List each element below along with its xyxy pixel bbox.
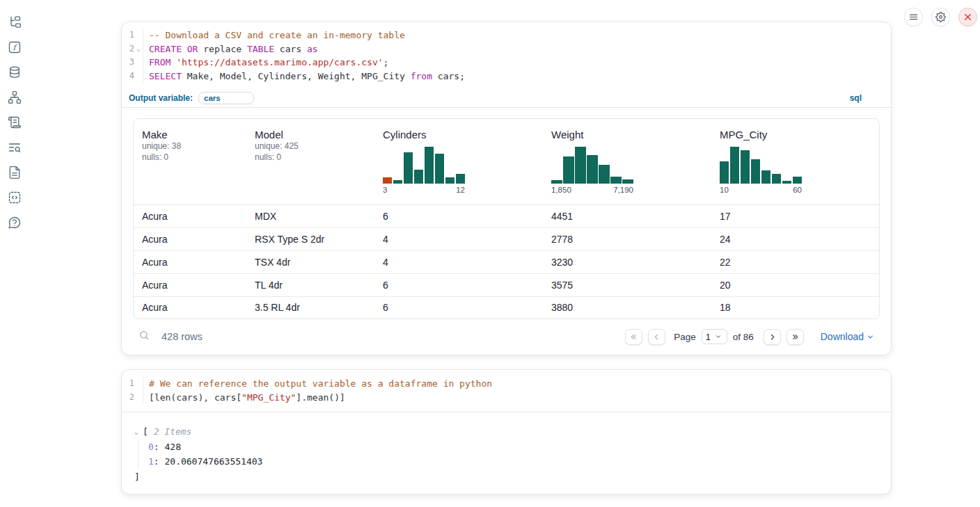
- column-header[interactable]: Cylinders312: [374, 119, 543, 204]
- table-cell: 3575: [543, 280, 711, 291]
- output-variable-input[interactable]: [198, 92, 254, 104]
- axis-max: 60: [793, 186, 802, 194]
- column-header[interactable]: Weight1,8507,190: [543, 119, 711, 204]
- code-text: CREATE OR replace TABLE cars as: [143, 42, 318, 56]
- menu-button[interactable]: [904, 8, 923, 26]
- dependency-graph-icon[interactable]: [8, 90, 22, 104]
- table-footer: 428 rows Page 1 of 86: [133, 325, 878, 348]
- table-cell: Acura: [134, 257, 246, 268]
- code-line[interactable]: 2[len(cars), cars["MPG_City"].mean()]: [122, 391, 891, 405]
- entry-colon: :: [154, 456, 165, 467]
- code-line[interactable]: 1-- Download a CSV and create an in-memo…: [122, 29, 891, 42]
- column-histogram[interactable]: 1,8507,190: [551, 147, 633, 194]
- column-header[interactable]: Modelunique: 425nulls: 0: [246, 119, 374, 204]
- fold-gutter: [134, 377, 143, 391]
- code-snippets-icon[interactable]: [8, 191, 22, 204]
- table-cell: RSX Type S 2dr: [246, 234, 374, 245]
- table-cell: 17: [711, 211, 879, 222]
- entry-index: 0: [148, 442, 154, 452]
- histogram-bar: [751, 159, 760, 184]
- settings-icon: [935, 12, 946, 22]
- histogram-bar: [587, 155, 598, 184]
- axis-min: 10: [720, 186, 729, 194]
- column-header[interactable]: Makeunique: 38nulls: 0: [134, 119, 246, 204]
- column-histogram[interactable]: 312: [383, 147, 465, 194]
- axis-max: 12: [456, 186, 465, 194]
- items-count-label: 2 Items: [154, 426, 192, 437]
- column-header[interactable]: MPG_City1060: [711, 119, 879, 204]
- column-name: Model: [255, 129, 366, 140]
- histogram-bar: [551, 180, 562, 184]
- fold-chevron-icon[interactable]: ⌄: [134, 42, 143, 56]
- document-icon[interactable]: [8, 166, 22, 179]
- code-line[interactable]: 4SELECT Make, Model, Cylinders, Weight, …: [122, 70, 891, 83]
- table-row[interactable]: Acura3.5 RL 4dr6388018: [134, 296, 879, 319]
- download-button[interactable]: Download: [821, 331, 874, 342]
- entry-value: 428: [164, 442, 180, 452]
- output-entry: 1: 20.060747663551403: [134, 454, 880, 469]
- histogram-bar: [622, 179, 633, 184]
- next-page-button[interactable]: [764, 329, 781, 345]
- file-tree-icon[interactable]: [8, 15, 22, 29]
- table-cell: MDX: [246, 211, 374, 222]
- table-body: AcuraMDX6445117AcuraRSX Type S 2dr427782…: [134, 204, 879, 319]
- close-bracket: ]: [134, 472, 140, 482]
- histogram-bar: [761, 170, 770, 184]
- histogram-axis: 1060: [720, 186, 802, 194]
- table-cell: 3.5 RL 4dr: [246, 302, 374, 313]
- settings-button[interactable]: [931, 8, 950, 26]
- line-number: 2: [122, 42, 134, 56]
- histogram-bar: [575, 147, 586, 184]
- table-row[interactable]: AcuraTSX 4dr4323022: [134, 250, 879, 273]
- menu-icon: [908, 12, 919, 22]
- python-code[interactable]: 1# We can reference the output variable …: [122, 370, 891, 404]
- histogram-bar: [610, 177, 622, 184]
- column-name: Make: [142, 129, 238, 140]
- collapse-chevron-icon[interactable]: ⌄: [134, 428, 143, 435]
- notebook-screen: f 1-- Download a CSV and create an in-me…: [0, 0, 980, 507]
- code-line[interactable]: 3FROM 'https://datasets.marimo.app/cars.…: [122, 56, 891, 70]
- code-text: SELECT Make, Model, Cylinders, Weight, M…: [143, 70, 465, 83]
- table-cell: 2778: [543, 234, 711, 245]
- code-line[interactable]: 1# We can reference the output variable …: [122, 377, 891, 391]
- database-icon[interactable]: [8, 65, 22, 79]
- scroll-logs-icon[interactable]: [8, 115, 22, 129]
- table-row[interactable]: AcuraTL 4dr6357520: [134, 273, 879, 296]
- histogram-bars: [720, 147, 802, 184]
- code-text: [len(cars), cars["MPG_City"].mean()]: [143, 391, 345, 405]
- chevron-down-icon: [867, 333, 874, 341]
- previous-page-button[interactable]: [648, 329, 665, 345]
- table-row[interactable]: AcuraMDX6445117: [134, 204, 879, 227]
- fold-gutter: [134, 29, 143, 42]
- table-cell: Acura: [134, 234, 246, 245]
- language-badge: sql: [850, 93, 862, 103]
- table-cell: 4451: [543, 211, 711, 222]
- code-text: FROM 'https://datasets.marimo.app/cars.c…: [143, 56, 388, 70]
- close-button[interactable]: [958, 8, 977, 26]
- text-search-icon[interactable]: [8, 140, 22, 154]
- column-stat: unique: 38: [142, 140, 238, 152]
- search-icon[interactable]: [139, 330, 150, 344]
- function-square-icon[interactable]: f: [8, 40, 22, 54]
- page-select[interactable]: 1: [702, 329, 727, 344]
- table-row[interactable]: AcuraRSX Type S 2dr4277824: [134, 227, 879, 250]
- entry-value: 20.060747663551403: [164, 456, 262, 467]
- histogram-bar: [383, 177, 392, 184]
- last-page-button[interactable]: [787, 329, 804, 345]
- table-cell: 6: [374, 211, 543, 222]
- table-cell: 3880: [543, 302, 711, 313]
- code-line[interactable]: 2⌄CREATE OR replace TABLE cars as: [122, 42, 891, 56]
- histogram-bar: [720, 161, 729, 184]
- python-cell: 1# We can reference the output variable …: [121, 369, 892, 494]
- sql-code[interactable]: 1-- Download a CSV and create an in-memo…: [122, 22, 891, 83]
- histogram-bar: [741, 150, 750, 184]
- histogram-bar: [782, 181, 791, 184]
- column-name: Weight: [551, 129, 703, 140]
- column-histogram[interactable]: 1060: [720, 147, 802, 194]
- output-variable-bar: Output variable: sql: [122, 89, 891, 108]
- entry-colon: :: [154, 442, 165, 452]
- line-number: 3: [122, 56, 134, 70]
- help-icon[interactable]: [8, 216, 22, 230]
- first-page-button[interactable]: [625, 329, 642, 345]
- code-text: # We can reference the output variable a…: [143, 377, 492, 391]
